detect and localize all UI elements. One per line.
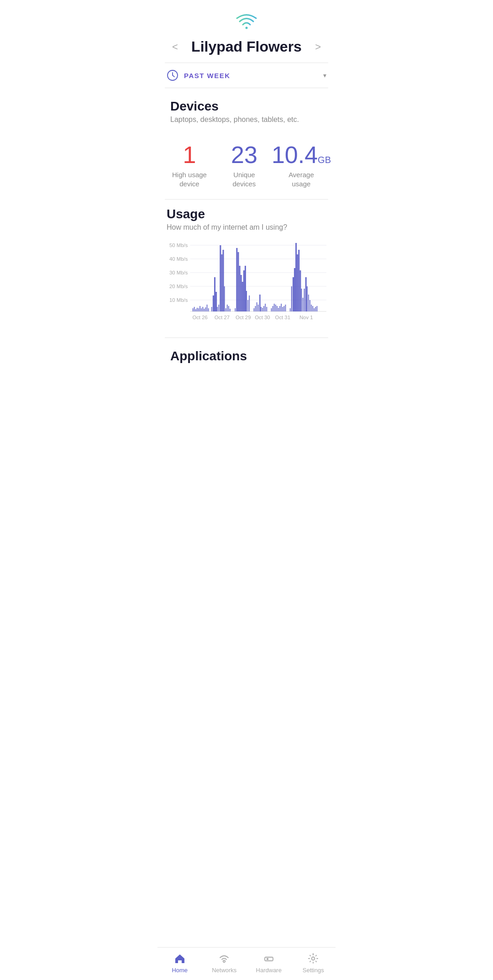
stat-high-usage[interactable]: 1 High usagedevice	[162, 143, 217, 188]
clock-icon	[167, 69, 178, 81]
svg-rect-81	[304, 289, 305, 311]
svg-text:20 Mb/s: 20 Mb/s	[169, 284, 188, 289]
svg-rect-44	[242, 282, 243, 311]
svg-text:Nov 1: Nov 1	[299, 315, 313, 320]
time-filter-label: PAST WEEK	[184, 72, 323, 79]
devices-stats-row: 1 High usagedevice 23 Uniquedevices 10.4…	[157, 138, 336, 199]
svg-rect-61	[273, 306, 273, 311]
usage-title: Usage	[167, 207, 326, 221]
time-filter-selector[interactable]: PAST WEEK ▾	[157, 63, 336, 88]
svg-text:Oct 29: Oct 29	[236, 315, 251, 320]
applications-title: Applications	[170, 349, 323, 364]
svg-rect-79	[301, 289, 302, 311]
svg-rect-52	[257, 302, 257, 311]
svg-rect-49	[249, 295, 250, 311]
svg-rect-87	[312, 306, 313, 311]
svg-rect-63	[275, 305, 276, 311]
svg-rect-85	[309, 300, 310, 311]
network-title: Lilypad Flowers	[191, 38, 302, 55]
svg-rect-42	[239, 266, 241, 311]
svg-rect-59	[266, 307, 267, 311]
svg-rect-27	[214, 277, 215, 311]
usage-chart: 50 Mb/s 40 Mb/s 30 Mb/s 20 Mb/s 10 Mb/s	[167, 241, 326, 332]
svg-rect-30	[218, 305, 219, 311]
svg-rect-22	[205, 307, 206, 311]
svg-rect-75	[295, 243, 297, 311]
unique-devices-value: 23	[231, 143, 257, 167]
svg-rect-28	[215, 292, 217, 311]
high-usage-label: High usagedevice	[172, 170, 207, 188]
svg-rect-25	[211, 307, 212, 311]
wifi-signal-icon	[236, 13, 257, 30]
svg-rect-60	[271, 308, 272, 311]
svg-rect-90	[316, 306, 317, 311]
devices-subtitle: Laptops, desktops, phones, tablets, etc.	[170, 116, 323, 124]
svg-rect-65	[278, 308, 279, 311]
devices-title: Devices	[170, 99, 323, 114]
svg-point-0	[246, 27, 248, 29]
next-network-button[interactable]: >	[311, 39, 325, 55]
svg-rect-29	[217, 307, 218, 311]
prev-network-button[interactable]: <	[168, 39, 182, 55]
svg-rect-17	[198, 308, 199, 311]
network-title-row: < Lilypad Flowers >	[157, 35, 336, 63]
svg-rect-73	[293, 277, 294, 311]
svg-rect-56	[262, 308, 263, 311]
svg-rect-76	[297, 254, 298, 311]
svg-rect-50	[253, 308, 254, 311]
usage-section: Usage How much of my internet am I using…	[157, 200, 336, 337]
svg-rect-89	[315, 307, 316, 311]
svg-rect-78	[299, 270, 301, 311]
svg-rect-64	[277, 306, 278, 311]
svg-rect-38	[230, 309, 231, 311]
usage-chart-svg: 50 Mb/s 40 Mb/s 30 Mb/s 20 Mb/s 10 Mb/s	[167, 241, 326, 332]
svg-rect-13	[193, 308, 194, 311]
svg-rect-69	[283, 306, 284, 311]
svg-rect-36	[227, 305, 228, 311]
svg-text:40 Mb/s: 40 Mb/s	[169, 256, 188, 262]
svg-rect-84	[308, 295, 309, 311]
svg-rect-47	[246, 291, 247, 311]
svg-rect-51	[255, 306, 256, 311]
svg-rect-72	[291, 286, 292, 311]
svg-rect-80	[303, 298, 304, 311]
svg-rect-48	[247, 300, 248, 311]
svg-text:30 Mb/s: 30 Mb/s	[169, 270, 188, 275]
devices-section: Devices Laptops, desktops, phones, table…	[157, 88, 336, 138]
svg-rect-31	[220, 245, 221, 311]
svg-rect-67	[281, 304, 282, 311]
stat-unique-devices[interactable]: 23 Uniquedevices	[217, 143, 272, 188]
applications-section: Applications	[157, 338, 336, 371]
svg-rect-55	[261, 307, 262, 311]
svg-rect-62	[274, 304, 275, 311]
svg-text:50 Mb/s: 50 Mb/s	[169, 242, 188, 248]
average-usage-value: 10.4GB	[272, 143, 331, 167]
usage-subtitle: How much of my internet am I using?	[167, 223, 326, 232]
svg-rect-18	[199, 306, 200, 311]
svg-rect-57	[263, 306, 264, 311]
svg-rect-35	[226, 308, 226, 311]
svg-rect-34	[224, 286, 225, 311]
svg-text:Oct 27: Oct 27	[215, 315, 230, 320]
svg-rect-88	[314, 308, 315, 311]
svg-rect-37	[228, 306, 229, 311]
svg-rect-70	[285, 305, 286, 311]
svg-rect-19	[201, 308, 202, 311]
stat-average-usage[interactable]: 10.4GB Averageusage	[272, 143, 331, 188]
svg-rect-26	[213, 295, 214, 311]
svg-rect-83	[307, 286, 308, 311]
svg-rect-68	[282, 307, 283, 311]
svg-rect-23	[207, 305, 208, 311]
svg-rect-54	[259, 295, 261, 311]
unique-devices-label: Uniquedevices	[232, 170, 256, 188]
svg-rect-15	[195, 309, 196, 311]
svg-rect-71	[290, 308, 291, 311]
svg-rect-82	[305, 277, 307, 311]
svg-rect-77	[298, 250, 299, 311]
svg-text:Oct 26: Oct 26	[192, 315, 207, 320]
dropdown-arrow-icon: ▾	[323, 72, 326, 79]
svg-rect-66	[279, 306, 280, 311]
svg-rect-53	[258, 305, 259, 311]
svg-text:Oct 31: Oct 31	[275, 315, 290, 320]
svg-text:10 Mb/s: 10 Mb/s	[169, 297, 188, 303]
